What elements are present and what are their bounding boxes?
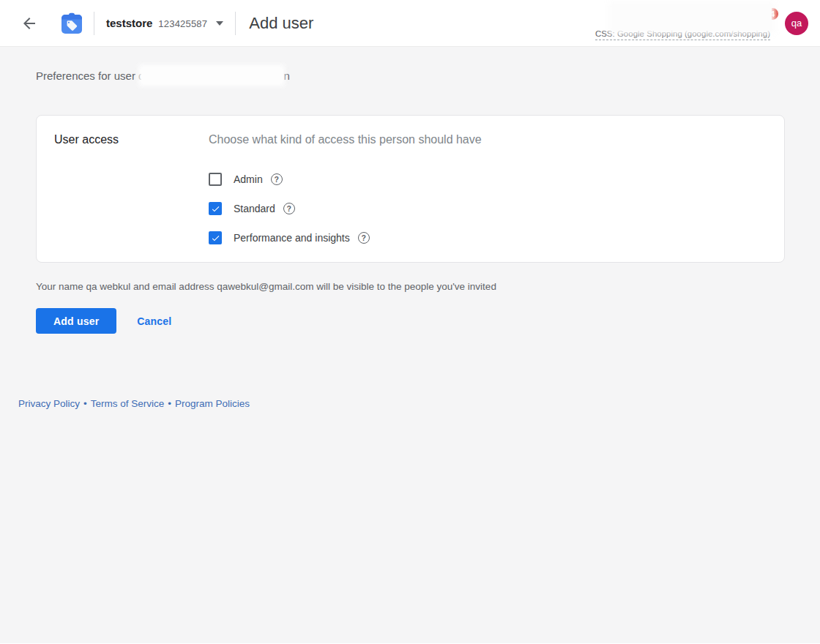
add-user-button[interactable]: Add user [36,308,116,334]
card-title: User access [54,133,209,146]
chevron-down-icon [216,21,223,26]
option-row-admin: Admin ? [209,173,767,186]
user-access-card: User access Choose what kind of access t… [36,115,785,263]
preferences-text-prefix: Preferences for user q [36,70,144,82]
back-button[interactable] [15,9,44,38]
access-option-list: Admin ? Standard ? Performance and insig… [209,173,767,244]
header-divider-2 [235,12,236,35]
option-row-standard: Standard ? [209,202,767,215]
option-label: Admin [234,173,263,185]
privacy-policy-link[interactable]: Privacy Policy [18,398,80,409]
card-description: Choose what kind of access this person s… [209,133,767,146]
footer-links: Privacy Policy•Terms of Service•Program … [18,398,250,409]
app-header: teststore 123425587 Add user 4 [0,0,820,47]
page-title: Add user [249,14,313,33]
link-separator: • [83,398,87,409]
merchant-center-logo [60,12,83,35]
action-buttons: Add user Cancel [36,308,785,334]
option-row-performance: Performance and insights ? [209,231,767,244]
redacted-account-info [612,4,772,31]
option-label: Standard [234,203,275,214]
program-policies-link[interactable]: Program Policies [175,398,250,409]
redacted-user-email [141,67,282,83]
store-id: 123425587 [158,18,207,29]
avatar[interactable]: qa [785,12,808,35]
performance-checkbox[interactable] [209,231,222,244]
account-switcher[interactable]: teststore 123425587 [105,14,225,32]
standard-help-icon[interactable]: ? [283,203,295,214]
performance-help-icon[interactable]: ? [358,232,370,244]
option-label: Performance and insights [234,232,350,244]
header-divider [94,12,94,35]
css-program-label: CSS: Google Shopping (google.com/shoppin… [595,29,770,40]
standard-checkbox[interactable] [209,202,222,215]
terms-of-service-link[interactable]: Terms of Service [91,398,165,409]
admin-checkbox[interactable] [209,173,222,186]
admin-help-icon[interactable]: ? [271,173,283,185]
card-label-column: User access [54,133,209,244]
preferences-text-suffix: n [283,70,289,82]
card-content-column: Choose what kind of access this person s… [209,133,767,244]
arrow-back-icon [20,15,38,32]
store-name: teststore [106,17,152,29]
link-separator: • [168,398,171,409]
visibility-note: Your name qa webkul and email address qa… [36,281,785,292]
main-content: Preferences for user q n User access Cho… [0,47,820,643]
cancel-button[interactable]: Cancel [131,308,177,334]
preferences-heading: Preferences for user q n [36,68,785,83]
